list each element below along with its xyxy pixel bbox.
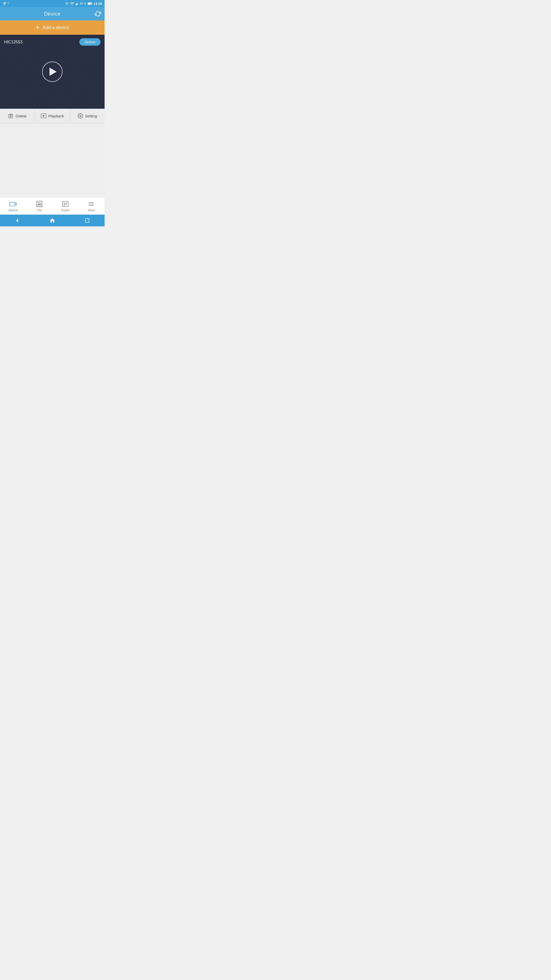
svg-rect-8 bbox=[78, 2, 78, 5]
delete-label: Delete bbox=[16, 114, 27, 118]
add-device-label: Add a device bbox=[43, 25, 69, 30]
bottom-nav: Device File Event bbox=[0, 197, 105, 215]
wifi-question: ? bbox=[8, 2, 9, 5]
more-icon bbox=[88, 200, 95, 207]
gear-icon bbox=[78, 113, 83, 119]
event-icon bbox=[62, 200, 69, 207]
playback-label: Playback bbox=[48, 114, 64, 118]
app-bar-title: Device bbox=[44, 11, 60, 17]
svg-rect-10 bbox=[92, 3, 92, 4]
camera-icon bbox=[10, 200, 17, 207]
delete-button[interactable]: Delete bbox=[0, 109, 35, 123]
svg-point-32 bbox=[89, 204, 89, 204]
plus-icon: + bbox=[35, 24, 40, 31]
status-right: 83 % 13:28 bbox=[65, 2, 102, 6]
svg-rect-5 bbox=[75, 4, 76, 5]
setting-label: Setting bbox=[85, 114, 97, 118]
home-button[interactable] bbox=[49, 218, 55, 223]
playback-icon bbox=[41, 113, 46, 119]
back-button[interactable] bbox=[14, 218, 20, 223]
setting-button[interactable]: Setting bbox=[70, 109, 105, 123]
wifi-icon bbox=[3, 2, 6, 5]
status-bar: ? 83 % bbox=[0, 0, 105, 7]
battery-percent: 83 % bbox=[80, 2, 86, 5]
device-name: HIC12553 bbox=[4, 40, 22, 45]
play-button[interactable] bbox=[42, 62, 62, 82]
nav-label-event: Event bbox=[62, 208, 69, 212]
svg-rect-6 bbox=[76, 3, 76, 5]
content-area bbox=[0, 123, 105, 197]
svg-point-2 bbox=[71, 5, 72, 5]
svg-rect-11 bbox=[88, 3, 91, 5]
add-device-button[interactable]: + Add a device bbox=[0, 21, 105, 35]
nav-item-more[interactable]: More bbox=[79, 197, 105, 215]
device-card: HIC12553 Online bbox=[0, 35, 105, 109]
file-icon bbox=[36, 200, 43, 207]
online-status-badge: Online bbox=[79, 38, 100, 46]
action-row: Delete Playback Setting bbox=[0, 109, 105, 123]
refresh-icon bbox=[95, 11, 101, 17]
battery-icon bbox=[88, 2, 92, 5]
nav-label-more: More bbox=[88, 208, 95, 212]
status-left: ? bbox=[3, 2, 9, 5]
svg-marker-35 bbox=[16, 219, 18, 223]
trash-icon bbox=[8, 113, 14, 119]
nav-item-device[interactable]: Device bbox=[0, 197, 26, 215]
recent-icon bbox=[84, 218, 90, 223]
device-card-header: HIC12553 Online bbox=[0, 38, 105, 46]
cell-signal-icon bbox=[75, 2, 79, 5]
svg-rect-7 bbox=[77, 3, 77, 5]
app-bar: Device bbox=[0, 7, 105, 21]
nav-label-device: Device bbox=[8, 208, 18, 212]
svg-point-30 bbox=[89, 202, 89, 203]
svg-rect-19 bbox=[10, 202, 15, 206]
recent-button[interactable] bbox=[84, 218, 90, 223]
svg-point-0 bbox=[4, 5, 5, 5]
nav-label-file: File bbox=[37, 208, 41, 212]
time-display: 13:28 bbox=[94, 2, 102, 6]
refresh-button[interactable] bbox=[95, 11, 101, 17]
nav-item-file[interactable]: File bbox=[26, 197, 52, 215]
svg-point-34 bbox=[89, 205, 89, 206]
nav-item-event[interactable]: Event bbox=[52, 197, 79, 215]
svg-marker-36 bbox=[50, 218, 55, 223]
system-bar bbox=[0, 215, 105, 226]
playback-button[interactable]: Playback bbox=[35, 109, 70, 123]
svg-point-18 bbox=[79, 115, 81, 117]
play-icon bbox=[49, 68, 57, 76]
back-icon bbox=[14, 218, 20, 223]
svg-rect-37 bbox=[85, 219, 89, 223]
svg-marker-17 bbox=[43, 115, 44, 117]
signal-wifi-icon bbox=[70, 2, 74, 5]
alarm-icon bbox=[65, 2, 68, 5]
home-icon bbox=[49, 218, 55, 223]
